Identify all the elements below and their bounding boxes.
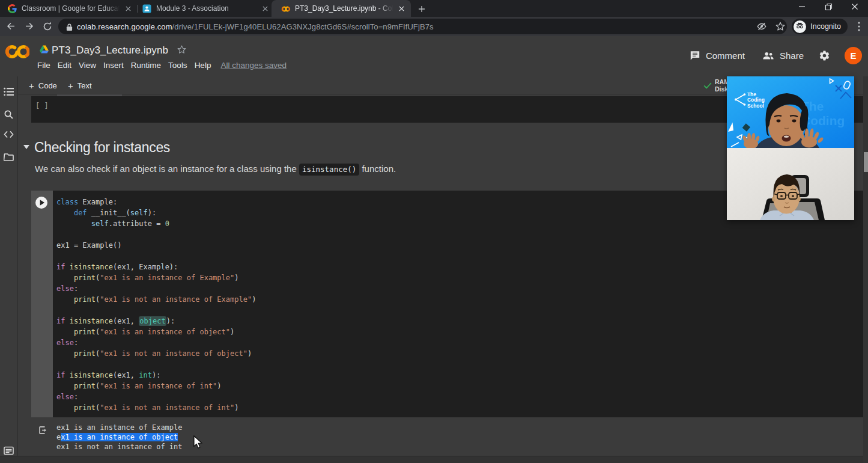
terminal-panel-icon[interactable] — [4, 446, 14, 456]
add-code-button[interactable]: + Code — [29, 79, 57, 91]
star-notebook-icon[interactable] — [177, 44, 187, 57]
url-omnibox[interactable]: colab.research.google.com/drive/1FULEk-j… — [58, 19, 787, 34]
lock-icon — [66, 23, 73, 31]
code-line: if isinstance(ex1, int): — [56, 370, 256, 381]
code-cell[interactable]: class Example: def __init__(self): self.… — [31, 191, 863, 417]
reload-icon[interactable] — [42, 21, 53, 32]
settings-gear-icon[interactable] — [819, 50, 830, 61]
window-minimize-button[interactable] — [789, 0, 815, 13]
code-line: def __init__(self): — [56, 207, 256, 218]
browser-address-bar: colab.research.google.com/drive/1FULEk-j… — [0, 17, 868, 36]
comment-button[interactable]: Comment — [690, 50, 745, 61]
code-line: ex1 = Example() — [56, 240, 256, 251]
browser-menu-kebab-icon[interactable] — [855, 22, 863, 31]
code-line: else: — [56, 283, 256, 294]
tab-title: Module 3 - Association — [156, 4, 258, 13]
output-line: ex1 is an instance of Example — [56, 423, 183, 432]
output-indicator-icon — [38, 426, 47, 435]
menu-item-tools[interactable]: Tools — [168, 61, 187, 70]
code-editor[interactable]: class Example: def __init__(self): self.… — [56, 197, 256, 413]
tab-module3[interactable]: Module 3 - Association — [142, 0, 270, 17]
drive-icon — [40, 45, 49, 56]
code-line: if isinstance(ex1, object): — [56, 316, 256, 327]
incognito-label: Incognito — [810, 22, 841, 31]
tab-close-icon[interactable] — [396, 4, 406, 13]
url-path: /drive/1FULEk-jWF1g40ELU62AG3NXJg8ctGd6S… — [172, 22, 434, 31]
files-folder-icon[interactable] — [4, 152, 14, 162]
colab-header-actions: Comment Share E — [690, 44, 862, 66]
execution-count: [ ] — [35, 102, 49, 110]
colab-logo — [5, 44, 29, 62]
code-line: print("ex1 is an instance of Example") — [56, 272, 256, 283]
section-collapse-icon[interactable] — [23, 145, 29, 149]
menu-item-view[interactable]: View — [79, 61, 96, 70]
menu-item-file[interactable]: File — [37, 61, 50, 70]
code-line: print("ex1 is not an instance of int") — [56, 402, 256, 413]
share-button[interactable]: Share — [762, 51, 804, 61]
add-code-label: Code — [38, 81, 57, 90]
video-call-overlay[interactable]: The Coding The Coding School — [727, 76, 854, 220]
address-bar-actions: Incognito — [756, 19, 863, 34]
code-brackets-icon[interactable] — [4, 129, 14, 140]
menu-item-help[interactable]: Help — [195, 61, 211, 70]
cell-gutter — [31, 191, 53, 417]
url-text: colab.research.google.com/drive/1FULEk-j… — [77, 22, 434, 31]
code-line — [56, 251, 256, 262]
cell-output-area: ex1 is an instance of Exampleex1 is an i… — [31, 421, 863, 458]
autosave-status[interactable]: All changes saved — [220, 61, 287, 70]
notebook-title[interactable]: PT3_Day3_Lecture.ipynb — [52, 44, 168, 57]
menu-item-edit[interactable]: Edit — [58, 61, 71, 70]
password-eye-off-icon[interactable] — [756, 21, 767, 32]
window-controls — [789, 0, 868, 13]
tab-colab-active[interactable]: PT3_Day3_Lecture.ipynb - Colaboratory — [272, 0, 411, 17]
table-of-contents-icon[interactable] — [4, 87, 14, 97]
code-line: print("ex1 is an instance of object") — [56, 327, 256, 337]
selected-text: x1 is an instance of object — [61, 433, 178, 441]
window-maximize-button[interactable] — [815, 0, 842, 13]
inline-code-chip: isinstance() — [299, 164, 359, 176]
run-cell-button[interactable] — [35, 197, 47, 209]
avatar[interactable]: E — [845, 47, 862, 64]
back-icon[interactable] — [5, 21, 16, 32]
bookmark-star-icon[interactable] — [775, 21, 786, 32]
paragraph-text: function. — [359, 164, 396, 174]
section-heading: Checking for instances — [34, 140, 170, 156]
google-g-icon — [8, 4, 17, 13]
add-text-button[interactable]: + Text — [68, 79, 92, 91]
tab-classroom[interactable]: Classroom | Google for Education — [8, 0, 133, 17]
window-close-button[interactable] — [842, 0, 868, 13]
page-scrollbar[interactable] — [863, 76, 868, 463]
code-line: print("ex1 is an instance of int") — [56, 381, 256, 391]
output-text[interactable]: ex1 is an instance of Exampleex1 is an i… — [56, 423, 183, 452]
browser-tab-strip: Classroom | Google for Education Module … — [0, 0, 868, 17]
paragraph-text: We can also check if an object is an ins… — [35, 164, 299, 174]
tab-close-icon[interactable] — [123, 4, 133, 13]
mouse-cursor — [193, 435, 203, 452]
code-line: self.attribute = 0 — [56, 218, 256, 229]
plus-icon: + — [29, 81, 34, 91]
forward-icon[interactable] — [24, 21, 35, 32]
code-line — [56, 229, 256, 240]
tab-close-icon[interactable] — [260, 4, 270, 13]
next-cell-edge — [0, 456, 868, 463]
code-line: print("ex1 is not an instance of object"… — [56, 348, 256, 359]
scrollbar-thumb[interactable] — [864, 152, 868, 172]
plus-icon: + — [68, 81, 73, 91]
webcam-student — [727, 148, 854, 220]
tab-divider — [137, 5, 138, 13]
menu-item-runtime[interactable]: Runtime — [131, 61, 161, 70]
webcam-instructor: The Coding The Coding School — [727, 76, 854, 148]
new-tab-button[interactable] — [416, 3, 427, 14]
classroom-person-icon — [142, 4, 151, 13]
url-domain: colab.research.google.com — [77, 22, 172, 31]
connected-check-icon — [703, 81, 712, 90]
menu-item-insert[interactable]: Insert — [103, 61, 124, 70]
share-label: Share — [780, 51, 804, 61]
code-line: else: — [56, 337, 256, 348]
search-icon[interactable] — [4, 109, 14, 120]
colab-menu-bar: FileEditViewInsertRuntimeToolsHelpAll ch… — [37, 61, 287, 70]
tab-title: PT3_Day3_Lecture.ipynb - Colaboratory — [295, 4, 394, 13]
colab-header: PT3_Day3_Lecture.ipynb FileEditViewInser… — [0, 36, 868, 76]
tab-title: Classroom | Google for Education — [22, 4, 121, 13]
share-people-icon — [762, 51, 774, 61]
